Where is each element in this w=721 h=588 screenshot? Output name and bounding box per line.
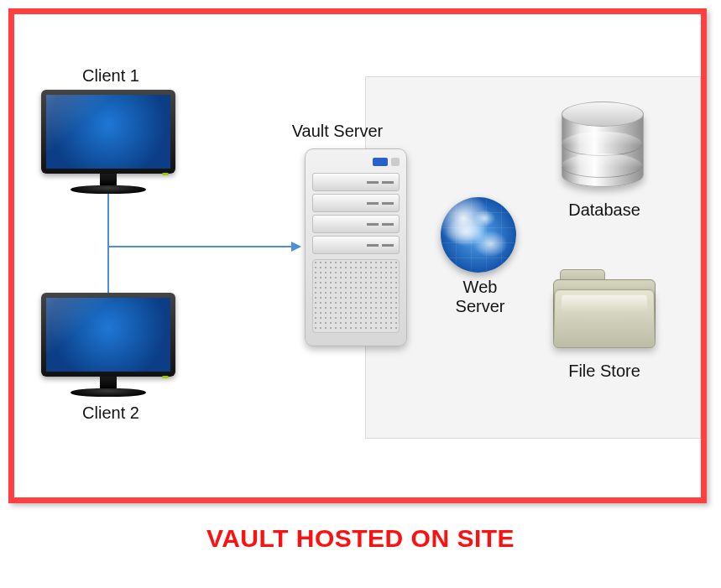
folder-icon bbox=[553, 269, 654, 346]
web-server-label-line1: Web bbox=[463, 278, 498, 296]
monitor-icon bbox=[41, 293, 175, 397]
connector-horizontal bbox=[107, 246, 291, 247]
connector-arrowhead bbox=[291, 242, 301, 252]
server-tower-icon bbox=[305, 148, 407, 346]
client2-label: Client 2 bbox=[65, 403, 157, 423]
client1-label: Client 1 bbox=[65, 66, 157, 86]
web-server-label-line2: Server bbox=[456, 297, 505, 315]
diagram-caption: VAULT HOSTED ON SITE bbox=[0, 524, 721, 553]
database-icon bbox=[562, 101, 642, 192]
monitor-icon bbox=[41, 90, 175, 194]
filestore-label: File Store bbox=[550, 362, 659, 381]
vault-server-label: Vault Server bbox=[283, 122, 392, 141]
server-region-box bbox=[365, 76, 701, 439]
connector-vertical bbox=[107, 190, 109, 295]
diagram-stage: Client 1 Client 2 Vault Server Web Serve… bbox=[0, 0, 721, 588]
web-server-label: Web Server bbox=[442, 278, 518, 316]
globe-icon bbox=[441, 197, 516, 273]
outer-frame: Client 1 Client 2 Vault Server Web Serve… bbox=[8, 8, 707, 503]
database-label: Database bbox=[550, 200, 659, 220]
